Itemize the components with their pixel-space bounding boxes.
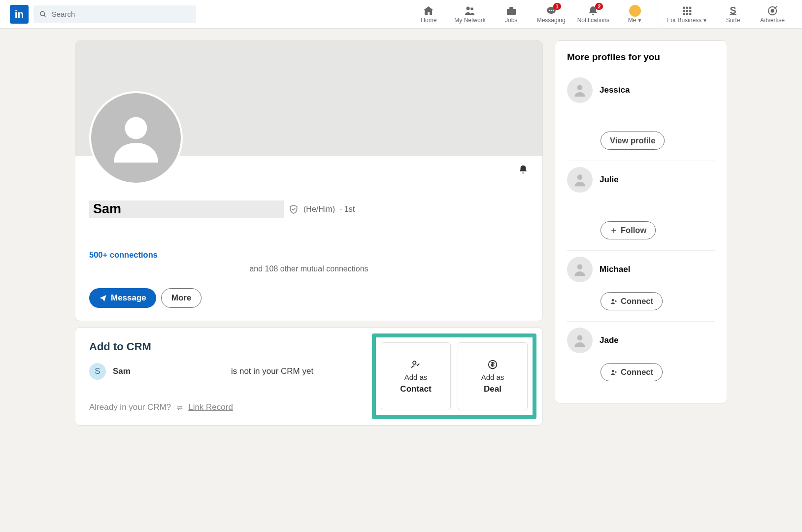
crm-already-label: Already in your CRM? (89, 402, 171, 412)
home-icon (423, 5, 434, 17)
grid-icon (682, 6, 692, 16)
nav-jobs[interactable]: Jobs (492, 0, 531, 28)
me-avatar (629, 5, 641, 17)
suggestion-avatar[interactable] (567, 257, 593, 282)
nav-network-label: My Network (454, 17, 485, 24)
contact-label: Contact (400, 384, 431, 394)
message-button[interactable]: Message (89, 288, 156, 308)
crm-actions-highlight: Add as Contact Add as Deal (372, 333, 536, 419)
svg-point-25 (577, 264, 583, 269)
linkedin-logo[interactable]: in (10, 5, 29, 24)
suggestion-name[interactable]: Jessica (600, 85, 630, 95)
nav-me[interactable]: Me▼ (615, 0, 655, 28)
connections-link[interactable]: 500+ connections (89, 250, 158, 260)
nav-home-label: Home (421, 17, 436, 24)
nav-notifications-label: Notifications (577, 17, 609, 24)
svg-point-7 (550, 9, 552, 11)
crm-contact-name: Sam (113, 366, 131, 376)
more-button[interactable]: More (161, 288, 202, 308)
svg-rect-12 (683, 9, 685, 11)
suggestion-name[interactable]: Julie (600, 175, 619, 185)
suggestion-action-button[interactable]: Follow (601, 221, 656, 239)
nav-surfe[interactable]: S Surfe (713, 0, 753, 28)
message-label: Message (111, 293, 146, 303)
cover-photo[interactable] (75, 41, 542, 156)
caret-icon: ▼ (637, 18, 642, 23)
suggestion-name[interactable]: Jade (600, 335, 619, 345)
messaging-badge: 1 (553, 3, 561, 10)
link-record-link[interactable]: Link Record (188, 402, 233, 412)
plus-icon (610, 227, 618, 234)
svg-point-6 (548, 9, 550, 11)
suggestion-action-button[interactable]: Connect (601, 363, 663, 381)
sidebar-title: More profiles for you (567, 52, 715, 63)
nav-messaging-label: Messaging (537, 17, 566, 24)
nav-jobs-label: Jobs (505, 17, 517, 24)
profile-suggestion: JulieFollow (567, 161, 715, 251)
verified-shield-icon (289, 204, 299, 214)
search-box[interactable] (33, 5, 196, 23)
svg-point-27 (577, 335, 583, 340)
crm-card: Add to CRM S Sam is not in your CRM yet … (75, 327, 543, 426)
caret-icon: ▼ (702, 18, 707, 23)
nav-advertise[interactable]: Advertise (753, 0, 792, 28)
suggestion-avatar[interactable] (567, 328, 593, 353)
nav-notifications[interactable]: 2 Notifications (571, 0, 615, 28)
more-profiles-card: More profiles for you JessicaView profil… (555, 40, 727, 403)
add-as-deal-button[interactable]: Add as Deal (458, 342, 528, 410)
dollar-circle-icon (487, 359, 498, 370)
people-icon (464, 5, 476, 17)
svg-point-19 (771, 9, 774, 12)
profile-suggestion: MichaelConnect (567, 251, 715, 322)
svg-point-20 (125, 117, 147, 139)
svg-point-24 (577, 174, 583, 180)
crm-status: is not in your CRM yet (231, 366, 313, 376)
profile-suggestion: JessicaView profile (567, 71, 715, 161)
svg-rect-16 (686, 13, 688, 15)
subscribe-bell-icon[interactable] (518, 164, 529, 175)
svg-rect-10 (686, 6, 688, 8)
suggestion-action-button[interactable]: Connect (601, 292, 663, 310)
suggestion-avatar[interactable] (567, 167, 593, 193)
pronouns: (He/Him) (303, 205, 335, 214)
profile-card: Sam (He/Him) · 1st 500+ connections and … (75, 40, 543, 321)
crm-avatar: S (89, 363, 106, 380)
svg-rect-14 (689, 9, 691, 11)
profile-suggestion: JadeConnect (567, 322, 715, 392)
suggestion-action-label: Connect (621, 297, 653, 306)
connection-degree: · 1st (340, 205, 355, 214)
svg-line-1 (44, 15, 45, 16)
swap-icon (176, 404, 184, 412)
svg-point-2 (466, 6, 469, 10)
addas-label-2: Add as (481, 373, 504, 381)
search-icon (39, 10, 47, 18)
suggestion-action-label: Connect (621, 367, 653, 377)
nav-divider (658, 0, 658, 28)
person-add-icon (610, 368, 618, 376)
person-check-icon (410, 359, 421, 370)
suggestion-name[interactable]: Michael (600, 265, 630, 274)
svg-rect-13 (686, 9, 688, 11)
nav-me-label: Me (628, 17, 636, 24)
svg-rect-9 (683, 6, 685, 8)
svg-point-3 (470, 7, 473, 10)
svg-rect-4 (507, 9, 516, 15)
add-as-contact-button[interactable]: Add as Contact (381, 342, 451, 410)
search-input[interactable] (52, 10, 190, 18)
suggestion-avatar[interactable] (567, 77, 593, 103)
suggestion-action-button[interactable]: View profile (601, 132, 665, 150)
svg-point-8 (552, 9, 554, 11)
nav-advertise-label: Advertise (760, 17, 785, 24)
profile-name: Sam (89, 200, 284, 218)
surfe-icon: S (730, 5, 736, 16)
nav-network[interactable]: My Network (448, 0, 491, 28)
nav-home[interactable]: Home (409, 0, 448, 28)
nav-business[interactable]: For Business▼ (661, 0, 713, 28)
svg-point-28 (612, 370, 614, 372)
nav-business-label: For Business (667, 17, 702, 24)
nav-messaging[interactable]: 1 Messaging (531, 0, 571, 28)
svg-point-21 (413, 361, 416, 364)
mutual-connections: and 108 other mutual connections (89, 265, 529, 273)
svg-point-0 (40, 11, 45, 16)
profile-avatar[interactable] (89, 91, 183, 185)
